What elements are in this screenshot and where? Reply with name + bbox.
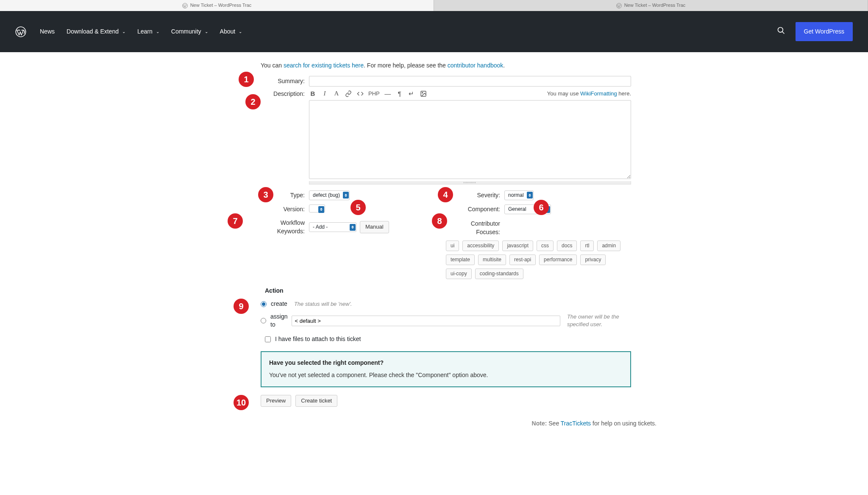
action-assign-hint: The owner will be the specified user. <box>567 313 631 328</box>
wordpress-logo-icon[interactable] <box>15 26 26 37</box>
summary-label: Summary: <box>261 76 309 86</box>
chevron-down-icon: ⌄ <box>122 29 125 35</box>
nav-about[interactable]: About⌄ <box>220 28 242 36</box>
focus-tag-multisite[interactable]: multisite <box>478 254 506 265</box>
focus-tag-ui-copy[interactable]: ui-copy <box>446 268 472 279</box>
link-icon[interactable] <box>345 90 352 98</box>
annotation-8: 8 <box>432 213 447 229</box>
focus-tag-docs[interactable]: docs <box>557 241 577 251</box>
annotation-7: 7 <box>228 213 243 229</box>
summary-input[interactable] <box>309 76 631 87</box>
chevron-down-icon: ⌄ <box>156 29 159 35</box>
tab-title-1: New Ticket – WordPress Trac <box>190 2 252 8</box>
select-arrows-icon <box>318 206 324 213</box>
get-wp-label: Get WordPress <box>804 28 844 35</box>
top-nav: News Download & Extend⌄ Learn⌄ Community… <box>0 11 868 52</box>
chevron-down-icon: ⌄ <box>205 29 208 35</box>
desc-hint-post: here. <box>617 90 631 97</box>
component-value: General <box>508 206 526 212</box>
nav-news-label: News <box>40 28 55 36</box>
pilcrow-icon[interactable]: ¶ <box>396 90 403 98</box>
nav-learn[interactable]: Learn⌄ <box>137 28 159 36</box>
nav-community-label: Community <box>171 28 201 36</box>
focus-tag-css[interactable]: css <box>537 241 554 251</box>
action-create-radio[interactable] <box>261 301 267 307</box>
attach-files-checkbox[interactable] <box>265 336 271 342</box>
component-alert: Have you selected the right component? Y… <box>261 351 631 387</box>
desc-hint-pre: You may use <box>547 90 580 97</box>
wikiformatting-link[interactable]: WikiFormatting <box>580 90 617 97</box>
severity-label: Severity: <box>446 191 504 200</box>
manual-button[interactable]: Manual <box>360 221 389 233</box>
action-heading: Action <box>265 287 631 295</box>
severity-select[interactable]: normal <box>504 190 534 200</box>
browser-tab-2[interactable]: New Ticket – WordPress Trac <box>434 0 868 11</box>
focus-tag-coding-standards[interactable]: coding-standards <box>475 268 523 279</box>
br-icon[interactable]: ↵ <box>408 90 415 98</box>
note-post: for help on using tickets. <box>591 420 657 427</box>
preview-button[interactable]: Preview <box>261 395 291 407</box>
focus-tag-rtl[interactable]: rtl <box>580 241 594 251</box>
get-wordpress-button[interactable]: Get WordPress <box>796 22 853 42</box>
focus-tag-template[interactable]: template <box>446 254 475 265</box>
focus-tag-privacy[interactable]: privacy <box>580 254 606 265</box>
focus-tag-ui[interactable]: ui <box>446 241 459 251</box>
annotation-2: 2 <box>245 94 261 109</box>
workflow-label-txt: Workflow Keywords: <box>277 219 305 235</box>
php-button[interactable]: PHP <box>368 90 380 98</box>
resize-handle[interactable] <box>309 181 631 185</box>
image-icon[interactable] <box>420 90 427 98</box>
note-pre: See <box>547 420 560 427</box>
component-label: Component: <box>446 205 504 214</box>
intro-pre: You can <box>261 62 284 69</box>
create-ticket-button[interactable]: Create ticket <box>295 395 337 407</box>
focus-tag-admin[interactable]: admin <box>597 241 620 251</box>
focus-tag-rest-api[interactable]: rest-api <box>509 254 536 265</box>
bold-icon[interactable]: B <box>309 90 317 98</box>
select-arrows-icon <box>343 192 349 199</box>
description-textarea[interactable] <box>309 100 631 179</box>
code-icon[interactable] <box>356 90 364 98</box>
desc-hint: You may use WikiFormatting here. <box>547 90 631 98</box>
contributor-handbook-link[interactable]: contributor handbook <box>448 62 504 69</box>
search-existing-link[interactable]: search for existing tickets here <box>284 62 364 69</box>
wp-favicon <box>182 3 188 8</box>
select-arrows-icon <box>527 192 533 199</box>
nav-news[interactable]: News <box>40 28 55 36</box>
focus-tags: uiaccessibilityjavascriptcssdocsrtladmin… <box>446 241 631 279</box>
description-label: Description: <box>261 90 309 98</box>
annotation-6: 6 <box>534 200 549 215</box>
browser-tab-1[interactable]: New Ticket – WordPress Trac <box>0 0 434 11</box>
search-icon[interactable] <box>777 26 785 37</box>
type-select[interactable]: defect (bug) <box>309 190 350 200</box>
annotation-4: 4 <box>438 187 453 202</box>
svg-line-4 <box>782 31 784 34</box>
note-nb: Note: <box>532 420 547 427</box>
annotation-9: 9 <box>234 299 249 314</box>
contributor-label: Contributor Focuses: <box>446 219 504 236</box>
focus-tag-accessibility[interactable]: accessibility <box>462 241 499 251</box>
action-create-label: create <box>271 300 287 308</box>
italic-icon[interactable]: I <box>321 90 328 98</box>
workflow-select[interactable]: - Add - <box>309 222 356 232</box>
attach-files-label: I have files to attach to this ticket <box>275 335 361 344</box>
severity-value: normal <box>508 192 524 198</box>
nav-community[interactable]: Community⌄ <box>171 28 208 36</box>
hr-icon[interactable]: — <box>384 90 392 98</box>
tractickets-link[interactable]: TracTickets <box>561 420 591 427</box>
action-assign-radio[interactable] <box>261 318 266 324</box>
workflow-value: - Add - <box>313 224 328 230</box>
focus-tag-performance[interactable]: performance <box>539 254 577 265</box>
intro-text: You can search for existing tickets here… <box>261 62 631 70</box>
heading-icon[interactable]: A <box>333 90 340 98</box>
nav-download-extend[interactable]: Download & Extend⌄ <box>67 28 125 36</box>
footer-note: Note: See TracTickets for help on using … <box>261 419 657 428</box>
wp-favicon <box>616 3 622 8</box>
version-label: Version: <box>261 205 309 214</box>
browser-tab-strip: New Ticket – WordPress Trac New Ticket –… <box>0 0 868 11</box>
action-create-hint: The status will be 'new'. <box>294 300 352 308</box>
focus-tag-javascript[interactable]: javascript <box>502 241 533 251</box>
assign-to-input[interactable] <box>292 316 560 326</box>
version-select[interactable] <box>309 204 325 215</box>
nav-items: News Download & Extend⌄ Learn⌄ Community… <box>40 28 242 36</box>
